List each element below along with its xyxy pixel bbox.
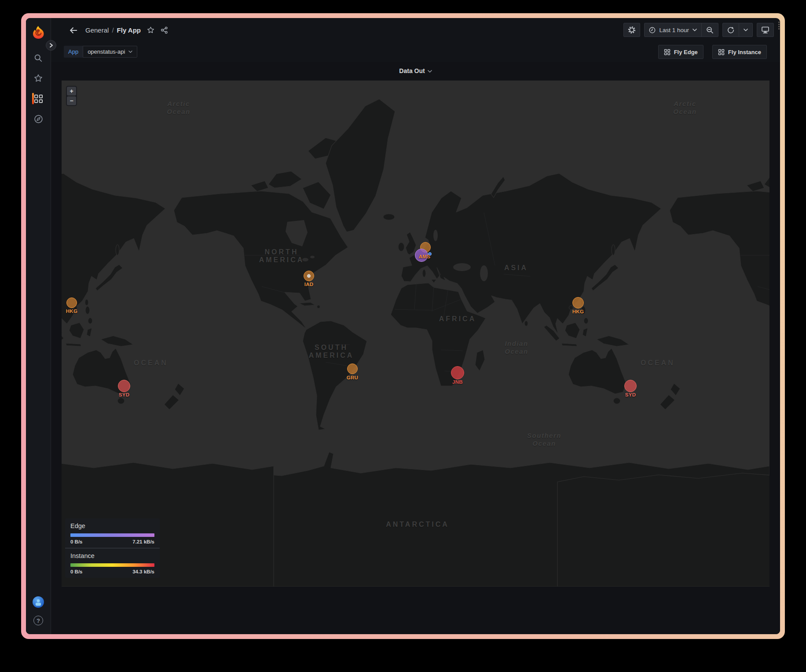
legend-instance-title: Instance bbox=[70, 552, 154, 559]
sidebar-expand-button[interactable] bbox=[46, 40, 56, 51]
breadcrumb-dashboard-title: Fly App bbox=[117, 26, 141, 34]
sidebar-item-starred[interactable] bbox=[26, 68, 51, 88]
legend-instance-min: 0 B/s bbox=[70, 569, 83, 574]
chevron-right-icon bbox=[48, 43, 54, 48]
apps-grid-icon bbox=[664, 49, 670, 55]
fly-edge-label: Fly Edge bbox=[674, 49, 698, 55]
grafana-logo[interactable] bbox=[29, 23, 47, 42]
variable-value-dropdown[interactable]: openstatus-api bbox=[83, 46, 137, 58]
time-range-group: Last 1 hour bbox=[644, 23, 718, 37]
profile-icon bbox=[34, 598, 42, 606]
help-glyph: ? bbox=[37, 617, 40, 624]
legend-instance-section: Instance 0 B/s 34.3 kB/s bbox=[65, 548, 160, 578]
kiosk-mode-button[interactable] bbox=[757, 23, 774, 37]
legend-edge-title: Edge bbox=[70, 522, 154, 529]
dashboard-link-fly-edge[interactable]: Fly Edge bbox=[658, 45, 703, 59]
marker-label-jnb: JNB bbox=[452, 379, 463, 385]
compass-icon bbox=[34, 114, 43, 124]
geomap-panel[interactable]: + − ArcticOceanArcticOceanNORTHAMERICAAS… bbox=[62, 81, 769, 587]
legend-instance-max: 34.3 kB/s bbox=[132, 569, 154, 574]
sidebar-bottom: ? bbox=[33, 596, 44, 634]
fly-instance-label: Fly Instance bbox=[728, 49, 761, 55]
variable-picker-app[interactable]: App openstatus-api bbox=[64, 46, 137, 58]
back-button[interactable] bbox=[68, 25, 79, 36]
share-icon bbox=[161, 26, 168, 34]
favorite-star-button[interactable] bbox=[147, 26, 154, 34]
apps-grid-icon bbox=[718, 49, 725, 55]
gear-icon bbox=[628, 26, 636, 34]
marker-label-syd: SYD bbox=[625, 392, 636, 397]
chevron-down-icon bbox=[692, 28, 697, 32]
marker-center-dot bbox=[307, 274, 311, 278]
marker-jnb[interactable] bbox=[451, 366, 464, 379]
variable-label: App bbox=[64, 46, 83, 58]
sidebar-item-dashboards[interactable] bbox=[26, 88, 51, 109]
star-outline-icon bbox=[147, 26, 154, 34]
breadcrumb-separator: / bbox=[112, 26, 114, 34]
magnifier-minus-icon bbox=[706, 26, 714, 34]
marker-label-hkg: HKG bbox=[66, 308, 77, 314]
user-avatar[interactable] bbox=[33, 596, 44, 608]
refresh-interval-dropdown[interactable] bbox=[739, 23, 752, 37]
grafana-window: ? bbox=[26, 18, 780, 634]
desktop-background: ? bbox=[0, 0, 806, 672]
time-range-label: Last 1 hour bbox=[659, 27, 689, 33]
sidebar-item-search[interactable] bbox=[26, 48, 51, 68]
breadcrumb: General / Fly App bbox=[85, 26, 141, 34]
marker-hkg[interactable] bbox=[66, 297, 77, 308]
marker-label-syd: SYD bbox=[119, 392, 130, 397]
chevron-down-icon bbox=[128, 50, 132, 53]
arrow-left-icon bbox=[69, 26, 78, 35]
dashboard-canvas: Data Out bbox=[51, 62, 780, 634]
legend-edge-min: 0 B/s bbox=[70, 539, 83, 544]
search-icon bbox=[34, 54, 43, 62]
share-button[interactable] bbox=[161, 26, 168, 34]
marker-hkg[interactable] bbox=[572, 297, 584, 308]
star-icon bbox=[34, 74, 43, 83]
marker-label-gru: GRU bbox=[347, 375, 358, 380]
dashboard-link-fly-instance[interactable]: Fly Instance bbox=[712, 45, 767, 59]
clock-icon bbox=[649, 27, 656, 33]
window-frame: ? bbox=[21, 13, 785, 639]
marker-label-ams: AMS bbox=[419, 254, 430, 259]
map-zoom-controls: + − bbox=[66, 86, 77, 106]
active-indicator bbox=[32, 93, 34, 104]
refresh-icon bbox=[727, 26, 734, 33]
variable-current-value: openstatus-api bbox=[88, 48, 125, 55]
legend-instance-gradient-bar bbox=[70, 563, 154, 567]
zoom-out-button[interactable]: − bbox=[67, 96, 76, 105]
dashboards-grid-icon bbox=[34, 94, 43, 103]
top-navigation-bar: General / Fly App bbox=[51, 18, 780, 42]
help-button[interactable]: ? bbox=[33, 616, 43, 625]
refresh-group bbox=[722, 23, 753, 37]
panel-title-text: Data Out bbox=[399, 67, 425, 74]
marker-gru[interactable] bbox=[347, 364, 358, 374]
sidebar-item-explore[interactable] bbox=[26, 109, 51, 129]
marker-label-iad: IAD bbox=[304, 282, 314, 287]
panel-title-menu[interactable]: Data Out bbox=[399, 67, 432, 74]
world-map-svg bbox=[62, 81, 769, 587]
marker-syd[interactable] bbox=[118, 380, 130, 392]
legend-edge-gradient-bar bbox=[70, 533, 154, 537]
chevron-down-icon bbox=[428, 70, 432, 73]
zoom-in-button[interactable]: + bbox=[67, 87, 76, 95]
legend-edge-max: 7.21 kB/s bbox=[132, 539, 154, 544]
dashboard-controls-row: App openstatus-api bbox=[51, 42, 780, 62]
time-zoom-out-button[interactable] bbox=[701, 23, 718, 37]
marker-syd[interactable] bbox=[624, 380, 637, 392]
sidebar: ? bbox=[26, 18, 51, 634]
dashboard-settings-button[interactable] bbox=[623, 23, 640, 37]
main-area: General / Fly App bbox=[51, 18, 780, 634]
window-edge-dots bbox=[778, 22, 780, 29]
legend-edge-section: Edge 0 B/s 7.21 kB/s bbox=[65, 518, 160, 548]
refresh-button[interactable] bbox=[723, 23, 739, 37]
time-range-picker[interactable]: Last 1 hour bbox=[645, 23, 701, 37]
map-legend: Edge 0 B/s 7.21 kB/s Instance bbox=[65, 518, 160, 578]
breadcrumb-folder[interactable]: General bbox=[85, 26, 109, 34]
marker-iad[interactable] bbox=[304, 271, 314, 281]
marker-label-hkg: HKG bbox=[572, 309, 584, 314]
chevron-down-icon bbox=[744, 28, 748, 32]
monitor-icon bbox=[761, 26, 769, 34]
